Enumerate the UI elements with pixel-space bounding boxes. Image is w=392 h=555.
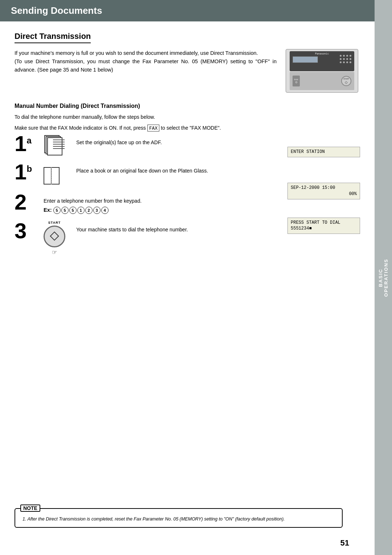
sub-heading: Manual Number Dialing (Direct Transmissi… — [15, 103, 360, 109]
lcd-display-press-start: PRESS START TO DIAL 5551234■ — [287, 218, 360, 234]
intro-block: If your machine's memory is full or you … — [15, 49, 360, 93]
step-2-desc: Enter a telephone number from the keypad… — [44, 194, 280, 214]
lcd-display-datetime: SEP-12-2000 15:00 00% — [287, 183, 360, 199]
note-item-1-text: 1. After the Direct Transmission is comp… — [23, 516, 285, 522]
fax-dot-4 — [350, 55, 351, 57]
step-2: 2 Enter a telephone number from the keyp… — [15, 194, 280, 214]
adf-line-1 — [53, 139, 65, 140]
adf-lines — [53, 139, 65, 150]
section-title: Direct Transmission — [15, 32, 91, 43]
start-label: START — [343, 78, 349, 80]
instruction-2: Make sure that the FAX Mode indicator is… — [15, 124, 360, 132]
fax-display-screen — [293, 56, 318, 63]
fax-dot-7 — [346, 58, 348, 60]
lcd-press-start-line2: 5551234■ — [291, 226, 357, 232]
instruction-2-text: Make sure that the FAX Mode indicator is… — [15, 125, 146, 131]
fax-lower-section: FAX ⊙ START ◇ — [290, 72, 354, 90]
right-sidebar-tab: Basic Operations — [375, 0, 392, 555]
lcd-press-start-line1: PRESS START TO DIAL — [291, 220, 357, 226]
fax-dot-10 — [343, 61, 345, 63]
lcd-enter-station-text: ENTER STATION — [291, 149, 325, 154]
intro-para-2: (To use Direct Transmission, you must ch… — [15, 57, 277, 74]
example-circles: 5 5 5 1 2 3 4 — [53, 207, 109, 214]
start-button-icon — [44, 226, 65, 247]
step-1b-desc-text: Place a book or an original face down on… — [76, 168, 208, 174]
steps-area: 1a — [15, 136, 360, 264]
fax-dot-11 — [346, 61, 348, 63]
platen-icon — [44, 166, 64, 186]
fax-button-grid — [340, 55, 352, 64]
fax-key-label: FAX — [147, 125, 159, 131]
step-1b-sub: b — [26, 164, 32, 174]
adf-line-2 — [53, 142, 65, 142]
platen-right-page — [52, 167, 60, 185]
steps-right: ENTER STATION SEP-12-2000 15:00 00% PRES… — [287, 136, 360, 264]
start-icon-container: START ☞ — [44, 221, 65, 256]
page-title: Sending Documents — [11, 5, 364, 16]
circle-4: 4 — [101, 207, 109, 214]
step-1b: 1b Place a book or an original face down… — [15, 164, 280, 186]
fax-start-button-image: START ◇ — [341, 76, 351, 86]
note-title: NOTE — [20, 505, 40, 512]
adf-icon — [44, 137, 64, 155]
fax-dot-5 — [340, 58, 342, 60]
circle-1: 1 — [77, 207, 85, 214]
example-label: Ex: — [44, 207, 52, 213]
lcd-datetime-line1: SEP-12-2000 15:00 — [291, 185, 357, 191]
adf-page-front — [47, 137, 62, 155]
adf-line-4 — [53, 146, 65, 147]
circle-5b: 5 — [61, 207, 69, 214]
steps-left: 1a — [15, 136, 280, 264]
instruction-2-end: to select the "FAX MODE". — [161, 125, 221, 131]
page-number: 51 — [340, 538, 349, 548]
step-3-number: 3 — [15, 220, 44, 242]
lcd-datetime-line2: 00% — [291, 191, 357, 197]
intro-para-1: If your machine's memory is full or you … — [15, 49, 277, 57]
step-1a-sub: a — [26, 135, 31, 145]
step-1b-desc: Place a book or an original face down on… — [76, 164, 280, 175]
circle-5c: 5 — [69, 207, 77, 214]
circle-3: 3 — [93, 207, 101, 214]
step-1b-icon — [44, 166, 73, 186]
step-3-icon: START ☞ — [44, 224, 73, 256]
fax-drawing: Panasonic — [286, 49, 358, 93]
instruction-1: To dial the telephone number manually, f… — [15, 113, 360, 121]
hand-pointer-icon: ☞ — [52, 249, 57, 256]
step-2-number: 2 — [15, 191, 44, 213]
step-1a-number: 1a — [15, 133, 44, 155]
circle-5a: 5 — [53, 207, 61, 214]
step-1a-icon — [44, 137, 73, 155]
fax-dot-8 — [350, 58, 351, 60]
lcd-display-enter-station: ENTER STATION — [287, 147, 360, 157]
main-content: Sending Documents Direct Transmission If… — [0, 0, 375, 555]
step-2-desc-text: Enter a telephone number from the keypad… — [44, 197, 280, 205]
page-header: Sending Documents — [0, 0, 375, 21]
fax-dot-12 — [350, 61, 351, 63]
fax-panel: Panasonic — [290, 51, 354, 71]
start-text-label: START — [48, 221, 61, 224]
note-section: NOTE 1. After the Direct Transmission is… — [15, 508, 343, 528]
platen-left-page — [44, 167, 52, 185]
start-diamond-icon — [50, 231, 59, 240]
fax-dot-1 — [340, 55, 342, 57]
fax-machine-image: Panasonic — [284, 49, 360, 93]
circle-2: 2 — [85, 207, 93, 214]
step-1a-desc: Set the original(s) face up on the ADF. — [76, 136, 280, 146]
section-body: Direct Transmission If your machine's me… — [0, 32, 375, 264]
step-1a: 1a — [15, 136, 280, 155]
step-1b-number: 1b — [15, 161, 44, 183]
fax-dot-3 — [346, 55, 348, 57]
intro-text: If your machine's memory is full or you … — [15, 49, 277, 74]
fax-dot-6 — [343, 58, 345, 60]
fax-dot-9 — [340, 61, 342, 63]
step-3: 3 START ☞ Your machine starts to dial th… — [15, 223, 280, 256]
adf-line-3 — [53, 144, 65, 145]
step-2-example: Ex: 5 5 5 1 2 3 4 — [44, 206, 280, 214]
tab-label: Basic Operations — [378, 259, 389, 297]
fax-dot-2 — [343, 55, 345, 57]
fax-icon-left: FAX ⊙ — [293, 76, 300, 86]
adf-line-5 — [53, 148, 65, 149]
step-3-desc: Your machine starts to dial the telephon… — [76, 223, 280, 234]
note-item-1: 1. After the Direct Transmission is comp… — [23, 515, 335, 523]
